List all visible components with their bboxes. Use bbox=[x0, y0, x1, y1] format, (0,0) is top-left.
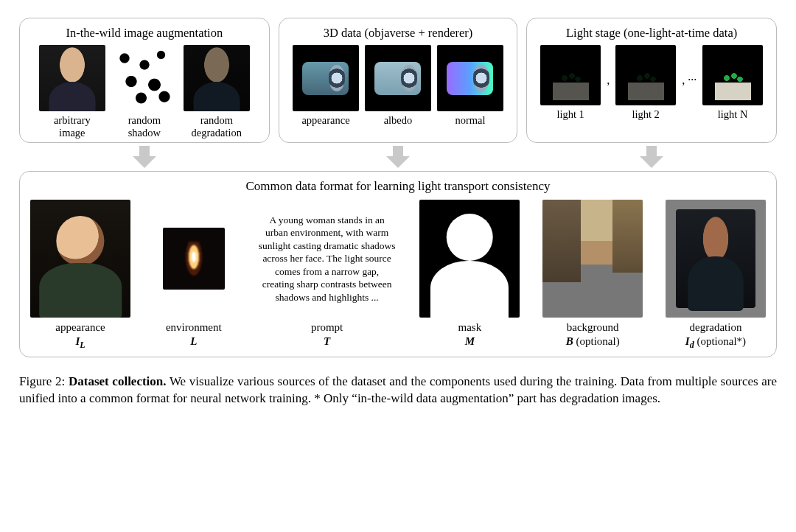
common-mask: mask M bbox=[419, 200, 520, 349]
light2-thumb bbox=[615, 45, 676, 105]
obj-appearance: appearance bbox=[293, 45, 359, 139]
panel-3d: 3D data (objaverse + renderer) appearanc… bbox=[279, 18, 518, 143]
degradation-note: (optional*) bbox=[696, 335, 746, 347]
degradation-label: degradation Id (optional*) bbox=[685, 321, 746, 351]
obj-normal-label: normal bbox=[455, 114, 485, 139]
caption-fig: Figure 2: bbox=[19, 374, 65, 388]
lightstage-light1: light 1 bbox=[540, 45, 601, 133]
appearance-image bbox=[30, 200, 130, 318]
panel-lightstage-title: Light stage (one-light-at-time data) bbox=[534, 26, 769, 41]
common-prompt: A young woman stands in an urban environ… bbox=[257, 200, 397, 349]
appearance-label-text: appearance bbox=[55, 321, 105, 333]
panel-common-row: appearance IL environment L A young woma… bbox=[30, 200, 766, 351]
background-note: (optional) bbox=[576, 335, 619, 347]
appearance-label: appearance IL bbox=[55, 321, 105, 351]
environment-image bbox=[163, 228, 225, 290]
lightstage-sep2: , ··· bbox=[682, 74, 696, 87]
caption-title: Dataset collection. bbox=[69, 374, 167, 388]
mask-symbol: M bbox=[465, 335, 475, 347]
arrow-down-icon bbox=[133, 146, 156, 168]
wild-item-arbitrary: arbitrary image bbox=[39, 45, 105, 139]
panel-lightstage: Light stage (one-light-at-time data) lig… bbox=[526, 18, 777, 143]
arrows-row bbox=[19, 146, 777, 168]
background-image bbox=[542, 200, 643, 318]
environment-label: environment L bbox=[166, 321, 222, 349]
environment-label-text: environment bbox=[166, 321, 222, 333]
lightN-label: light N bbox=[718, 108, 748, 133]
obj-normal: normal bbox=[437, 45, 503, 139]
panel-wild-title: In-the-wild image augmentation bbox=[27, 26, 262, 41]
top-row: In-the-wild image augmentation arbitrary… bbox=[19, 18, 777, 143]
lightstage-lightN: light N bbox=[702, 45, 763, 133]
light1-thumb bbox=[540, 45, 601, 105]
arbitrary-image-thumb bbox=[39, 45, 105, 111]
environment-symbol: L bbox=[190, 335, 197, 347]
background-label-text: background bbox=[567, 321, 619, 333]
mask-label: mask M bbox=[458, 321, 482, 349]
common-degradation: degradation Id (optional*) bbox=[666, 200, 766, 351]
background-symbol: B bbox=[566, 335, 573, 347]
lightstage-sep1: , bbox=[607, 74, 610, 87]
panel-wild: In-the-wild image augmentation arbitrary… bbox=[19, 18, 270, 143]
panel-wild-thumbs: arbitrary image random shadow random deg… bbox=[27, 45, 262, 139]
degradation-subscript: d bbox=[690, 340, 694, 350]
wild-item-degradation: random degradation bbox=[184, 45, 250, 139]
prompt-label: prompt T bbox=[311, 321, 343, 349]
light1-label: light 1 bbox=[556, 108, 584, 133]
degradation-image bbox=[666, 200, 766, 318]
lightN-thumb bbox=[702, 45, 763, 105]
obj-appearance-label: appearance bbox=[301, 114, 349, 139]
panel-lightstage-thumbs: light 1 , light 2 , ··· light N bbox=[534, 45, 769, 133]
degradation-label-text: degradation bbox=[690, 321, 742, 333]
obj-albedo-label: albedo bbox=[384, 114, 413, 139]
obj-albedo: albedo bbox=[365, 45, 431, 139]
random-degradation-label: random degradation bbox=[192, 114, 242, 139]
panel-3d-title: 3D data (objaverse + renderer) bbox=[287, 26, 510, 41]
obj-normal-thumb bbox=[437, 45, 503, 111]
arrow-down-icon bbox=[386, 146, 410, 168]
common-background: background B (optional) bbox=[542, 200, 643, 349]
random-shadow-thumb bbox=[111, 45, 178, 111]
appearance-subscript: L bbox=[80, 340, 85, 350]
common-appearance: appearance IL bbox=[30, 200, 130, 351]
panel-common: Common data format for learning light tr… bbox=[19, 171, 777, 357]
prompt-label-text: prompt bbox=[311, 321, 343, 333]
common-environment: environment L bbox=[153, 200, 234, 349]
obj-appearance-thumb bbox=[293, 45, 359, 111]
arrow-down-icon bbox=[640, 146, 663, 168]
environment-wrap bbox=[153, 200, 234, 318]
mask-image bbox=[419, 200, 520, 318]
figure-caption: Figure 2: Dataset collection. We visuali… bbox=[19, 374, 777, 407]
lightstage-light2: light 2 bbox=[615, 45, 676, 133]
random-shadow-label: random shadow bbox=[128, 114, 161, 139]
obj-albedo-thumb bbox=[365, 45, 431, 111]
panel-common-title: Common data format for learning light tr… bbox=[30, 179, 766, 194]
panel-3d-thumbs: appearance albedo normal bbox=[287, 45, 510, 139]
light2-label: light 2 bbox=[632, 108, 659, 133]
prompt-text: A young woman stands in an urban environ… bbox=[257, 200, 397, 318]
arbitrary-image-label: arbitrary image bbox=[54, 114, 91, 139]
mask-label-text: mask bbox=[458, 321, 482, 333]
random-degradation-thumb bbox=[184, 45, 250, 111]
wild-item-shadow: random shadow bbox=[111, 45, 178, 139]
prompt-symbol: T bbox=[324, 335, 330, 347]
background-label: background B (optional) bbox=[566, 321, 620, 349]
